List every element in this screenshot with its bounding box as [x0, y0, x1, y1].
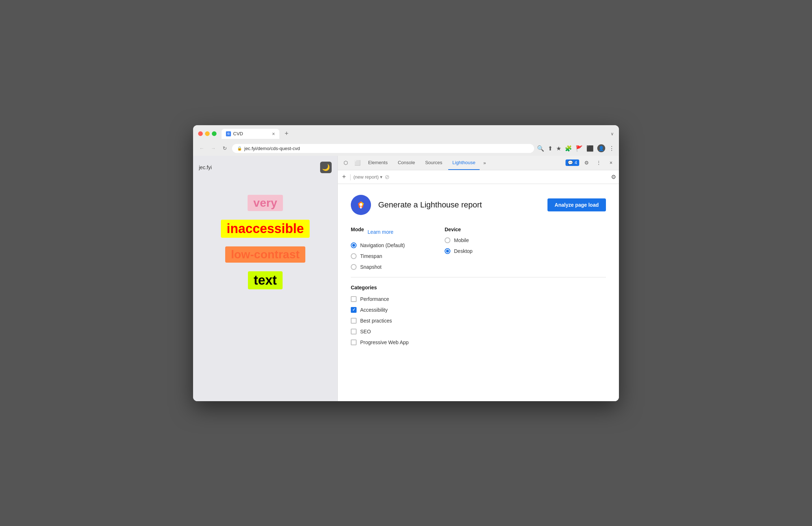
navigation-radio-dot — [352, 244, 355, 247]
tab-title: CVD — [233, 131, 243, 136]
flag-icon[interactable]: 🚩 — [576, 145, 583, 152]
browser-toolbar-icons: 🔍 ⬆ ★ 🧩 🚩 ⬛ 👤 ⋮ — [537, 144, 615, 152]
no-entry-icon[interactable]: ⊘ — [385, 174, 389, 180]
devtools-tabs: ⬡ ⬜ Elements Console Sources Lighthouse … — [338, 156, 619, 170]
notifications-badge[interactable]: 💬 4 — [566, 159, 579, 166]
section-divider — [351, 277, 606, 277]
device-radio-group: Mobile Desktop — [445, 237, 517, 254]
devtools-settings-button[interactable]: ⚙ — [581, 158, 591, 168]
learn-more-link[interactable]: Learn more — [368, 229, 394, 235]
bookmark-icon[interactable]: ★ — [556, 145, 561, 152]
mode-device-row: Mode Learn more Navigation (Default) — [351, 227, 606, 270]
mobile-label: Mobile — [454, 237, 469, 243]
mode-timespan-option[interactable]: Timespan — [351, 253, 423, 259]
categories-section: Categories Performance ✓ Accessibility — [351, 285, 606, 345]
category-accessibility[interactable]: ✓ Accessibility — [351, 307, 606, 313]
url-text: jec.fyi/demo/cds-quest-cvd — [244, 146, 300, 151]
svg-point-1 — [359, 203, 362, 206]
mode-radio-group: Navigation (Default) Timespan Snapshot — [351, 242, 423, 270]
tab-sources[interactable]: Sources — [421, 156, 447, 170]
seo-checkbox[interactable] — [351, 329, 357, 334]
accessibility-checkbox[interactable]: ✓ — [351, 307, 357, 313]
search-icon[interactable]: 🔍 — [537, 145, 544, 152]
category-best-practices[interactable]: Best practices — [351, 318, 606, 324]
device-desktop-option[interactable]: Desktop — [445, 248, 517, 254]
word-text: text — [248, 271, 283, 289]
tab-overflow-button[interactable]: ∨ — [611, 131, 614, 136]
lighthouse-settings-icon[interactable]: ⚙ — [611, 174, 616, 180]
desktop-label: Desktop — [454, 248, 472, 254]
webpage-site-title: jec.fyi — [199, 165, 212, 170]
tab-lighthouse[interactable]: Lighthouse — [448, 156, 480, 170]
best-practices-label: Best practices — [360, 318, 392, 324]
maximize-window-button[interactable] — [212, 131, 217, 136]
mode-navigation-option[interactable]: Navigation (Default) — [351, 242, 423, 248]
report-selector[interactable]: (new report) ▾ — [353, 174, 383, 180]
mode-label-row: Mode Learn more — [351, 227, 423, 237]
mode-snapshot-option[interactable]: Snapshot — [351, 264, 423, 270]
lock-icon: 🔒 — [237, 146, 242, 151]
best-practices-checkbox[interactable] — [351, 318, 357, 324]
lighthouse-header: Generate a Lighthouse report Analyze pag… — [351, 195, 606, 215]
device-mobile-option[interactable]: Mobile — [445, 237, 517, 243]
desktop-radio-dot — [446, 250, 449, 253]
back-button[interactable]: ← — [197, 144, 206, 153]
timespan-label: Timespan — [360, 253, 382, 259]
devtools-more-button[interactable]: ⋮ — [594, 158, 604, 168]
device-column: Device Mobile Desktop — [445, 227, 517, 270]
devtools-close-button[interactable]: × — [606, 158, 616, 168]
pwa-label: Progressive Web App — [360, 339, 409, 345]
device-label: Device — [445, 227, 517, 232]
demo-words: very inaccessible low-contrast text — [199, 188, 332, 289]
add-report-button[interactable]: + — [341, 173, 348, 181]
mobile-radio[interactable] — [445, 237, 450, 243]
category-pwa[interactable]: Progressive Web App — [351, 339, 606, 345]
close-window-button[interactable] — [198, 131, 203, 136]
devtools-right-controls: 💬 4 ⚙ ⋮ × — [566, 158, 616, 168]
forward-button[interactable]: → — [209, 144, 218, 153]
checkmark-icon: ✓ — [352, 307, 355, 312]
categories-checkbox-group: Performance ✓ Accessibility Best practic… — [351, 296, 606, 345]
share-icon[interactable]: ⬆ — [548, 145, 553, 152]
performance-label: Performance — [360, 296, 389, 302]
category-performance[interactable]: Performance — [351, 296, 606, 302]
lighthouse-title: Generate a Lighthouse report — [378, 200, 540, 210]
performance-checkbox[interactable] — [351, 296, 357, 302]
profile-icon[interactable]: 👤 — [597, 144, 605, 152]
split-view-icon[interactable]: ⬛ — [586, 145, 594, 152]
new-tab-button[interactable]: + — [281, 129, 292, 139]
dark-mode-toggle[interactable]: 🌙 — [320, 162, 332, 173]
word-very: very — [248, 195, 283, 211]
navigation-radio[interactable] — [351, 242, 357, 248]
tab-bar: G CVD × + ∨ — [222, 129, 614, 139]
tab-overflow-icon[interactable]: » — [481, 160, 488, 166]
dropdown-arrow-icon: ▾ — [380, 174, 383, 180]
lighthouse-logo — [351, 195, 371, 215]
tab-elements[interactable]: Elements — [364, 156, 392, 170]
pwa-checkbox[interactable] — [351, 339, 357, 345]
snapshot-label: Snapshot — [360, 264, 381, 270]
mode-label: Mode — [351, 227, 364, 232]
address-bar-row: ← → ↻ 🔒 jec.fyi/demo/cds-quest-cvd 🔍 ⬆ ★… — [193, 142, 619, 156]
accessibility-label: Accessibility — [360, 307, 388, 313]
minimize-window-button[interactable] — [205, 131, 210, 136]
lighthouse-content: Generate a Lighthouse report Analyze pag… — [338, 184, 619, 401]
category-seo[interactable]: SEO — [351, 329, 606, 334]
snapshot-radio[interactable] — [351, 264, 357, 270]
tab-console[interactable]: Console — [393, 156, 419, 170]
address-bar[interactable]: 🔒 jec.fyi/demo/cds-quest-cvd — [232, 144, 534, 153]
more-options-icon[interactable]: ⋮ — [609, 145, 615, 152]
reload-button[interactable]: ↻ — [221, 144, 229, 153]
desktop-radio[interactable] — [445, 248, 450, 254]
active-tab[interactable]: G CVD × — [222, 129, 279, 139]
inspect-element-icon[interactable]: ⬡ — [341, 158, 351, 168]
navigation-label: Navigation (Default) — [360, 242, 405, 248]
extension-icon[interactable]: 🧩 — [565, 145, 572, 152]
timespan-radio[interactable] — [351, 253, 357, 259]
word-inaccessible: inaccessible — [221, 220, 310, 238]
device-toolbar-icon[interactable]: ⬜ — [352, 158, 362, 168]
tab-close-button[interactable]: × — [272, 131, 275, 137]
browser-window: G CVD × + ∨ ← → ↻ 🔒 jec.fyi/demo/cds-que… — [193, 125, 619, 401]
analyze-page-load-button[interactable]: Analyze page load — [547, 198, 606, 211]
word-low-contrast: low-contrast — [225, 246, 305, 263]
